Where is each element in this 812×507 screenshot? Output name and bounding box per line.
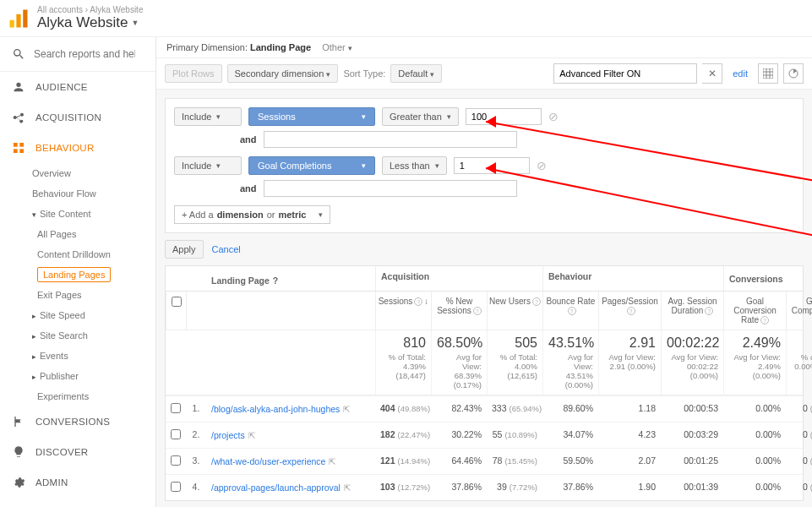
nav-all-pages[interactable]: All Pages: [0, 224, 155, 244]
nav-publisher[interactable]: ▸Publisher: [0, 366, 155, 386]
external-link-icon[interactable]: ⇱: [329, 457, 335, 466]
chevron-down-icon: ▾: [32, 210, 36, 219]
value-input-2[interactable]: [454, 157, 530, 174]
nav-audience[interactable]: AUDIENCE: [0, 72, 155, 102]
col-avg-dur[interactable]: Avg. Session Duration?: [661, 292, 723, 330]
gear-icon: [12, 476, 25, 489]
col-bounce[interactable]: Bounce Rate?: [542, 292, 598, 330]
remove-row-1[interactable]: ⊘: [548, 110, 559, 123]
cancel-link[interactable]: Cancel: [212, 244, 241, 254]
table-row: 1./blog/ask-alyka-and-john-hughes⇱404(49…: [166, 395, 803, 422]
edit-filter-link[interactable]: edit: [733, 68, 748, 79]
row-checkbox[interactable]: [171, 455, 181, 466]
nav-overview[interactable]: Overview: [0, 163, 155, 183]
apply-button[interactable]: Apply: [165, 240, 204, 259]
ga-logo-icon: [7, 7, 30, 30]
advanced-filter-input[interactable]: [553, 63, 697, 84]
col-sessions[interactable]: Sessions?: [375, 292, 431, 330]
svg-rect-5: [14, 149, 18, 153]
table-row: 4./approval-pages/launch-approval⇱103(12…: [166, 474, 803, 500]
include-select-1[interactable]: Include▾: [174, 107, 242, 126]
remove-row-2[interactable]: ⊘: [537, 159, 547, 172]
chevron-right-icon: ▸: [32, 312, 36, 320]
landing-page-link[interactable]: /blog/ask-alyka-and-john-hughes⇱: [206, 396, 375, 422]
row-checkbox[interactable]: [171, 403, 181, 413]
sort-type-select[interactable]: Default ▾: [390, 64, 442, 83]
metric-select-sessions[interactable]: Sessions▾: [248, 107, 375, 126]
plot-rows-button: Plot Rows: [165, 64, 222, 83]
nav-site-search[interactable]: ▸Site Search: [0, 325, 155, 346]
select-all-checkbox[interactable]: [172, 297, 182, 307]
chevron-right-icon: ▸: [32, 352, 36, 361]
share-icon: [12, 111, 25, 124]
add-dimension-button[interactable]: + Add a dimension or metric ▾: [174, 205, 330, 224]
row-index: 2.: [186, 422, 206, 448]
svg-rect-3: [14, 143, 18, 147]
value-input-1[interactable]: [466, 108, 542, 125]
nav-acquisition[interactable]: ACQUISITION: [0, 102, 155, 133]
col-gc[interactable]: Goal Completions?: [786, 292, 812, 330]
nav-landing-pages[interactable]: Landing Pages: [0, 264, 155, 285]
row-checkbox[interactable]: [171, 482, 181, 492]
metric-select-goal[interactable]: Goal Completions▾: [248, 156, 375, 175]
operator-select-1[interactable]: Greater than▾: [382, 107, 459, 126]
nav-events[interactable]: ▸Events: [0, 346, 155, 366]
col-pps[interactable]: Pages/Session?: [598, 292, 661, 330]
primary-dimension-other[interactable]: Other ▾: [322, 42, 352, 52]
chevron-down-icon: ▼: [131, 19, 139, 27]
and-input-1[interactable]: [264, 131, 517, 148]
search-input[interactable]: [34, 48, 135, 60]
secondary-dimension-select[interactable]: Secondary dimension ▾: [227, 64, 339, 83]
pie-view-icon[interactable]: [783, 63, 804, 84]
breadcrumb[interactable]: All accounts › Alyka Website: [37, 5, 143, 14]
landing-page-link[interactable]: /what-we-do/user-experience⇱: [206, 449, 375, 474]
flag-icon: [12, 415, 25, 428]
svg-rect-6: [19, 149, 24, 153]
svg-rect-2: [23, 9, 27, 27]
row-index: 3.: [186, 449, 206, 474]
nav-site-content[interactable]: ▾Site Content: [0, 204, 155, 224]
col-new-users[interactable]: New Users?: [487, 292, 542, 330]
search-icon: [12, 47, 25, 61]
nav-exit-pages[interactable]: Exit Pages: [0, 285, 155, 305]
person-icon: [12, 80, 25, 94]
svg-rect-1: [16, 14, 20, 27]
and-label-2: and: [240, 183, 257, 194]
nav-behaviour-flow[interactable]: Behaviour Flow: [0, 183, 155, 204]
primary-dimension-value[interactable]: Landing Page: [250, 42, 311, 52]
data-table: Landing Page? Acquisition Behaviour Conv…: [165, 265, 804, 501]
account-selector[interactable]: Alyka Website▼: [37, 14, 143, 31]
clear-filter-button[interactable]: ✕: [702, 63, 722, 84]
primary-dimension-bar: Primary Dimension: Landing Page Other ▾: [156, 37, 812, 58]
filter-builder: Include▾ Sessions▾ Greater than▾ ⊘ and I…: [165, 98, 804, 233]
external-link-icon[interactable]: ⇱: [343, 405, 350, 414]
table-view-icon[interactable]: [758, 63, 778, 84]
behaviour-icon: [12, 141, 25, 155]
nav-admin[interactable]: ADMIN: [0, 467, 155, 498]
operator-select-2[interactable]: Less than▾: [382, 156, 447, 175]
nav-conversions[interactable]: CONVERSIONS: [0, 406, 155, 437]
col-gcr[interactable]: Goal Conversion Rate?: [723, 292, 786, 330]
nav-site-speed[interactable]: ▸Site Speed: [0, 305, 155, 325]
nav-discover[interactable]: DISCOVER: [0, 437, 155, 467]
landing-page-link[interactable]: /approval-pages/launch-approval⇱: [206, 475, 375, 500]
nav-behaviour[interactable]: BEHAVIOUR: [0, 133, 155, 163]
chevron-right-icon: ▸: [32, 373, 36, 381]
sort-type-label: Sort Type:: [343, 68, 385, 79]
nav-content-drilldown[interactable]: Content Drilldown: [0, 244, 155, 264]
svg-rect-0: [10, 19, 14, 27]
svg-rect-7: [763, 68, 773, 79]
row-checkbox[interactable]: [171, 429, 181, 439]
row-index: 4.: [186, 475, 206, 500]
external-link-icon[interactable]: ⇱: [248, 431, 255, 440]
col-new-sessions-pct[interactable]: % New Sessions?: [431, 292, 487, 330]
row-index: 1.: [186, 396, 206, 422]
table-row: 2./projects⇱182(22.47%)30.22%55(10.89%)3…: [166, 422, 803, 448]
chevron-right-icon: ▸: [32, 332, 36, 341]
include-select-2[interactable]: Include▾: [174, 156, 242, 175]
landing-page-link[interactable]: /projects⇱: [206, 422, 375, 448]
external-link-icon[interactable]: ⇱: [344, 483, 351, 493]
and-input-2[interactable]: [264, 180, 517, 197]
bulb-icon: [12, 445, 25, 459]
nav-experiments[interactable]: Experiments: [0, 386, 155, 406]
